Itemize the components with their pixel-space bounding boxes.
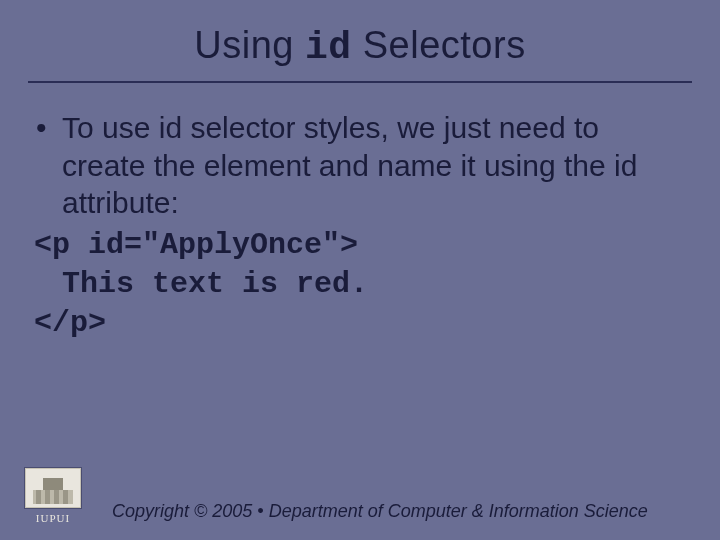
code-line-1: <p id="ApplyOnce"> bbox=[34, 226, 686, 265]
slide-footer: IUPUI Copyright © 2005 • Department of C… bbox=[0, 467, 720, 524]
title-pre: Using bbox=[194, 24, 305, 66]
logo-label: IUPUI bbox=[24, 512, 82, 524]
code-block: <p id="ApplyOnce"> This text is red. </p… bbox=[34, 226, 686, 343]
title-post: Selectors bbox=[352, 24, 526, 66]
slide: Using id Selectors • To use id selector … bbox=[0, 0, 720, 540]
slide-body: • To use id selector styles, we just nee… bbox=[28, 109, 692, 343]
bullet-mark: • bbox=[34, 109, 62, 222]
copyright-text: Copyright © 2005 • Department of Compute… bbox=[112, 501, 696, 524]
code-line-2: This text is red. bbox=[34, 265, 686, 304]
slide-title: Using id Selectors bbox=[28, 24, 692, 69]
bullet-item: • To use id selector styles, we just nee… bbox=[34, 109, 686, 222]
code-line-3: </p> bbox=[34, 304, 686, 343]
bullet-text: To use id selector styles, we just need … bbox=[62, 109, 686, 222]
iupui-logo: IUPUI bbox=[24, 467, 82, 524]
title-underline bbox=[28, 81, 692, 83]
logo-image bbox=[24, 467, 82, 509]
title-code: id bbox=[305, 26, 352, 69]
